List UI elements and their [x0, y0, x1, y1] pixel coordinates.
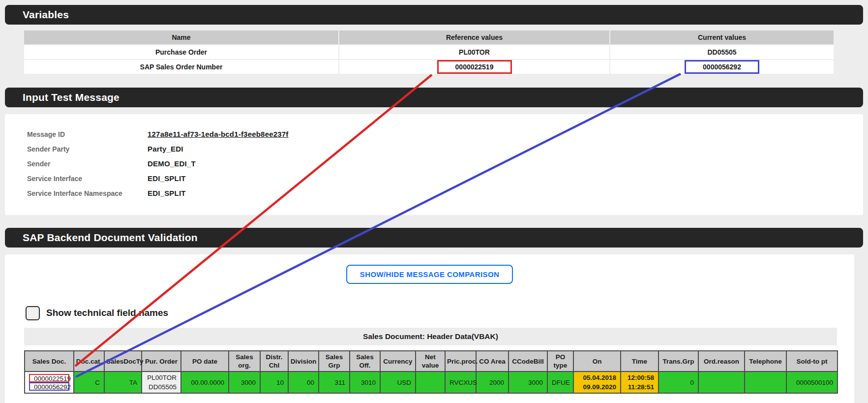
col-header: Division [288, 351, 319, 372]
variable-current-value: DD05505 [610, 45, 834, 59]
field-sender-party: Sender Party Party_EDI [27, 142, 863, 156]
col-header: Distr. Chl [260, 351, 288, 372]
field-label: Sender Party [27, 142, 148, 156]
field-value: EDI_SPLIT [148, 186, 186, 201]
variable-current-value: 0000056292 [610, 60, 834, 74]
variables-section-header: Variables [5, 5, 863, 25]
variables-col-name: Name [24, 31, 338, 44]
cell-po-date: 00.00.0000 [181, 372, 229, 393]
col-header: Ord.reason [698, 351, 745, 372]
field-service-interface-namespace: Service Interface Namespace EDI_SPLIT [27, 186, 863, 201]
field-value: EDI_SPLIT [148, 171, 186, 186]
variable-name: SAP Sales Order Number [24, 60, 338, 74]
col-header: Sales Off. [350, 351, 380, 372]
col-header: Time [621, 351, 658, 372]
message-id-link[interactable]: 127a8e11-af73-1eda-bcd1-f3eeb8ee237f [148, 127, 289, 142]
field-message-id: Message ID 127a8e11-af73-1eda-bcd1-f3eeb… [27, 127, 863, 142]
cell-telephone [745, 372, 786, 393]
cell-pur-order: PL00TOR DD05505 [142, 372, 181, 393]
col-header: PO date [181, 351, 229, 372]
col-header: Doc.cat. [74, 351, 104, 372]
validation-card: SHOW/HIDE MESSAGE COMPARISON Show techni… [5, 254, 854, 403]
cell-net-value [416, 372, 445, 393]
field-service-interface: Service Interface EDI_SPLIT [27, 171, 863, 186]
field-label: Message ID [27, 127, 148, 142]
cell-sales-org: 3000 [229, 372, 260, 393]
cell-ord-reason [698, 372, 745, 393]
vbak-table: Sales Doc. Doc.cat. SalesDocTy Pur. Orde… [24, 350, 838, 394]
variables-col-current: Current values [610, 31, 834, 44]
col-header: PO type [547, 351, 573, 372]
col-header: Pur. Order [142, 351, 181, 372]
cell-po-type: DFUE [547, 372, 573, 393]
cell-on-date: 05.04.2018 09.09.2020 [573, 372, 621, 393]
variables-table: Name Reference values Current values Pur… [23, 30, 835, 75]
technical-field-names-row: Show technical field names [26, 306, 854, 320]
col-header: Sold-to pt [786, 351, 838, 372]
input-test-message-card: Message ID 127a8e11-af73-1eda-bcd1-f3eeb… [5, 114, 863, 215]
show-hide-message-comparison-button[interactable]: SHOW/HIDE MESSAGE COMPARISON [346, 265, 513, 284]
cell-distr-chl: 10 [260, 372, 288, 393]
variable-reference-value: PL00TOR [339, 45, 609, 59]
col-header: SalesDocTy [104, 351, 142, 372]
col-header: CO Area [476, 351, 509, 372]
cell-currency: USD [380, 372, 416, 393]
col-header: Sales Grp [319, 351, 350, 372]
col-header: Sales org. [229, 351, 260, 372]
table-row: SAP Sales Order Number 0000022519 000005… [24, 60, 834, 74]
cell-sales-grp: 311 [319, 372, 350, 393]
table-row: Purchase Order PL00TOR DD05505 [24, 45, 834, 59]
cell-co-area: 2000 [476, 372, 509, 393]
cell-sales-doc-type: TA [104, 372, 142, 393]
show-technical-field-names-checkbox[interactable] [26, 306, 40, 320]
cell-pric-proc: RVCXUS [445, 372, 476, 393]
variable-name: Purchase Order [24, 45, 338, 59]
sales-doc-current-blue-box: 0000056292 [29, 382, 69, 391]
cell-sales-off: 3010 [350, 372, 380, 393]
col-header: CCodeBill [509, 351, 547, 372]
col-header: Currency [380, 351, 416, 372]
field-label: Service Interface Namespace [27, 186, 148, 201]
sales-doc-reference-red-box: 0000022519 [29, 374, 69, 382]
cell-time: 12:00:58 11:28:51 [621, 372, 658, 393]
cell-division: 00 [288, 372, 319, 393]
col-header: Trans.Grp [658, 351, 698, 372]
field-label: Service Interface [27, 171, 148, 186]
col-header: Pric.proc. [445, 351, 476, 372]
col-header: Net value [416, 351, 445, 372]
col-header: Sales Doc. [25, 351, 74, 372]
vbak-data-row: 0000022519 0000056292 C TA PL00TOR DD055… [25, 372, 838, 393]
reference-value-red-box: 0000022519 [437, 60, 512, 74]
sales-doc-cell: 0000022519 0000056292 [25, 372, 74, 393]
cell-trans-grp: 0 [658, 372, 698, 393]
sap-backend-validation-section-header: SAP Backend Document Validation [5, 228, 863, 248]
cell-sold-to-pt: 0000500100 [786, 372, 838, 393]
field-value: DEMO_EDI_T [148, 156, 196, 171]
cell-ccodebill: 3000 [509, 372, 547, 393]
cell-doc-cat: C [74, 372, 104, 393]
variables-col-reference: Reference values [339, 31, 609, 44]
field-value: Party_EDI [148, 142, 183, 156]
variables-header-row: Name Reference values Current values [24, 31, 834, 44]
vbak-table-title: Sales Document: Header Data(VBAK) [24, 328, 837, 345]
variable-reference-value: 0000022519 [339, 60, 609, 74]
col-header: On [573, 351, 621, 372]
vbak-header-row: Sales Doc. Doc.cat. SalesDocTy Pur. Orde… [25, 351, 838, 372]
checkbox-label: Show technical field names [46, 308, 168, 318]
col-header: Telephone [745, 351, 786, 372]
field-label: Sender [27, 156, 148, 171]
field-sender: Sender DEMO_EDI_T [27, 156, 863, 171]
current-value-blue-box: 0000056292 [685, 60, 759, 74]
input-test-message-section-header: Input Test Message [5, 88, 863, 107]
